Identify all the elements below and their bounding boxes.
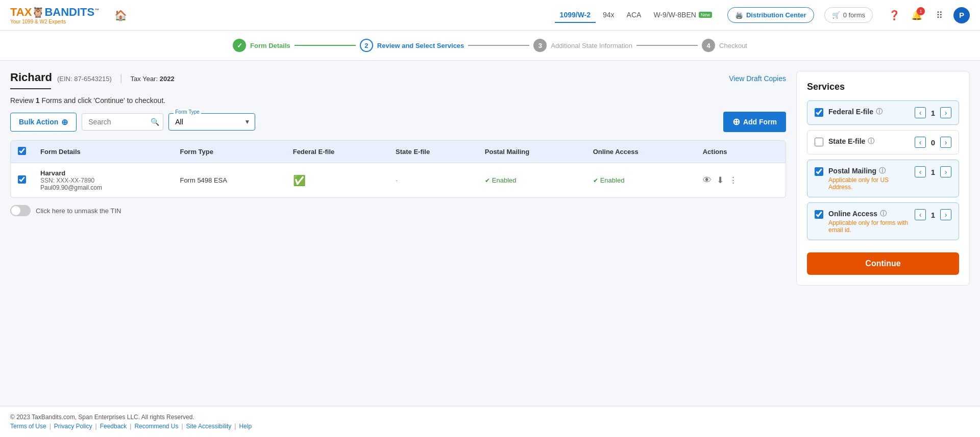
service-online-access-name: Online Access ⓘ: [828, 209, 910, 218]
federal-efile-info-icon[interactable]: ⓘ: [876, 107, 883, 116]
cart-button[interactable]: 🛒 0 forms: [824, 7, 873, 23]
row-postal-mailing: Enabled: [478, 163, 586, 198]
service-online-access-checkbox[interactable]: [815, 210, 823, 219]
footer-copyright: © 2023 TaxBandits.com, Span Enterprises …: [10, 414, 970, 421]
service-postal-mailing: Postal Mailing ⓘ Applicable only for US …: [807, 160, 959, 197]
recommend-us-link[interactable]: Recommend Us: [134, 423, 178, 430]
state-efile-info-icon[interactable]: ⓘ: [868, 137, 874, 146]
privacy-policy-link[interactable]: Privacy Policy: [54, 423, 92, 430]
form-type-select[interactable]: All: [168, 113, 255, 131]
col-postal-mailing: Postal Mailing: [478, 141, 586, 163]
continue-button[interactable]: Continue: [807, 252, 959, 275]
tin-toggle-label: Click here to unmask the TIN: [36, 207, 121, 215]
view-draft-copies-link[interactable]: View Draft Copies: [729, 74, 786, 83]
nav-w9-w8ben[interactable]: W-9/W-8BEN New: [648, 8, 717, 23]
form-type-label: Form Type: [174, 109, 201, 115]
more-icon[interactable]: ⋮: [729, 175, 738, 186]
circle-plus-icon: ⊕: [61, 117, 68, 127]
online-access-info-icon[interactable]: ⓘ: [880, 209, 887, 218]
state-efile-count-num: 0: [929, 138, 937, 147]
state-efile-decrement-button[interactable]: ‹: [915, 137, 926, 148]
action-icons: 👁 ⬇ ⋮: [703, 175, 778, 186]
row-checkbox[interactable]: [18, 175, 26, 184]
state-efile-increment-button[interactable]: ›: [940, 137, 951, 148]
plus-icon: ⊕: [732, 116, 740, 127]
terms-of-use-link[interactable]: Terms of Use: [10, 423, 46, 430]
row-email: Paul09.90@gmail.com: [40, 184, 165, 191]
col-federal-efile: Federal E-file: [286, 141, 388, 163]
site-accessibility-link[interactable]: Site Accessibility: [186, 423, 232, 430]
service-online-access-count: ‹ 1 ›: [915, 209, 951, 220]
online-access-count-num: 1: [929, 211, 937, 219]
tin-toggle-switch[interactable]: [10, 205, 31, 216]
service-federal-efile-name: Federal E-file ⓘ: [828, 107, 910, 116]
postal-mailing-increment-button[interactable]: ›: [940, 166, 951, 177]
step-2-circle: 2: [360, 39, 373, 52]
postal-mailing-decrement-button[interactable]: ‹: [915, 166, 926, 177]
federal-efile-decrement-button[interactable]: ‹: [915, 107, 926, 118]
postal-mailing-note: Applicable only for US Address.: [828, 176, 910, 191]
services-panel: Services Federal E-file ⓘ ‹ 1 ›: [796, 71, 970, 286]
notification-badge: 1: [917, 7, 925, 15]
distribution-center-button[interactable]: 🖨️ Distribution Center: [727, 7, 814, 23]
step-1-circle: ✓: [233, 39, 246, 52]
col-form-details: Form Details: [33, 141, 173, 163]
nav-1099-w2[interactable]: 1099/W-2: [555, 8, 596, 23]
step-line-2: [468, 45, 529, 46]
select-all-checkbox[interactable]: [18, 147, 26, 155]
service-federal-efile: Federal E-file ⓘ ‹ 1 ›: [807, 100, 959, 125]
step-2: 2 Review and Select Services: [360, 39, 464, 52]
online-access-decrement-button[interactable]: ‹: [915, 209, 926, 220]
state-efile-dash: -: [396, 176, 398, 184]
feedback-link[interactable]: Feedback: [100, 423, 127, 430]
service-postal-mailing-count: ‹ 1 ›: [915, 166, 951, 177]
service-postal-mailing-info: Postal Mailing ⓘ Applicable only for US …: [828, 166, 910, 191]
row-actions: 👁 ⬇ ⋮: [696, 163, 786, 198]
postal-mailing-info-icon[interactable]: ⓘ: [879, 166, 886, 175]
toolbar: Bulk Action ⊕ 🔍 Form Type All ▼ ⊕ Add Fo…: [10, 112, 786, 132]
help-link[interactable]: Help: [239, 423, 252, 430]
add-form-button[interactable]: ⊕ Add Form: [723, 112, 786, 132]
stepper: ✓ Form Details 2 Review and Select Servi…: [0, 31, 980, 61]
service-state-efile: State E-file ⓘ ‹ 0 ›: [807, 130, 959, 155]
help-button[interactable]: ❓: [886, 7, 902, 23]
tin-toggle-slider: [10, 205, 31, 216]
online-access-increment-button[interactable]: ›: [940, 209, 951, 220]
step-3-circle: 3: [533, 39, 547, 52]
view-icon[interactable]: 👁: [703, 175, 712, 186]
step-4-circle: 4: [702, 39, 715, 52]
logo-text: TAX🦉BANDITS™: [10, 6, 99, 19]
printer-icon: 🖨️: [735, 11, 743, 19]
service-federal-efile-checkbox[interactable]: [815, 108, 823, 117]
home-icon[interactable]: 🏠: [109, 6, 132, 24]
grid-menu-button[interactable]: ⠿: [931, 7, 947, 23]
service-postal-mailing-checkbox[interactable]: [815, 167, 823, 176]
entity-tax-year: Tax Year: 2022: [131, 75, 175, 83]
online-access-enabled: Enabled: [593, 176, 625, 184]
service-online-access: Online Access ⓘ Applicable only for form…: [807, 202, 959, 240]
header-nav: 1099/W-2 94x ACA W-9/W-8BEN New: [555, 8, 717, 23]
entity-header: Richard (EIN: 87-6543215) | Tax Year: 20…: [10, 71, 786, 84]
forms-table: Form Details Form Type Federal E-file St…: [10, 140, 786, 198]
avatar[interactable]: P: [953, 7, 970, 23]
main-content: Richard (EIN: 87-6543215) | Tax Year: 20…: [0, 61, 980, 406]
col-actions: Actions: [696, 141, 786, 163]
online-access-note: Applicable only for forms with email id.: [828, 219, 910, 234]
step-3: 3 Additional State Information: [533, 39, 632, 52]
nav-94x[interactable]: 94x: [598, 8, 620, 23]
row-form-details: Harvard SSN: XXX-XX-7890 Paul09.90@gmail…: [33, 163, 173, 198]
logo-subtitle: Your 1099 & W2 Experts: [10, 19, 66, 24]
bulk-action-button[interactable]: Bulk Action ⊕: [10, 113, 77, 132]
federal-efile-increment-button[interactable]: ›: [940, 107, 951, 118]
step-line-1: [295, 45, 356, 46]
step-1-label: Form Details: [250, 42, 290, 49]
row-online-access: Enabled: [586, 163, 696, 198]
row-checkbox-cell: [11, 163, 33, 198]
nav-aca[interactable]: ACA: [622, 8, 647, 23]
download-icon[interactable]: ⬇: [717, 175, 724, 186]
search-icon: 🔍: [151, 118, 159, 126]
notifications-button[interactable]: 🔔 1: [909, 7, 925, 23]
service-state-efile-checkbox[interactable]: [815, 138, 823, 146]
footer-links: Terms of Use | Privacy Policy | Feedback…: [10, 423, 970, 430]
cart-icon: 🛒: [832, 11, 840, 19]
